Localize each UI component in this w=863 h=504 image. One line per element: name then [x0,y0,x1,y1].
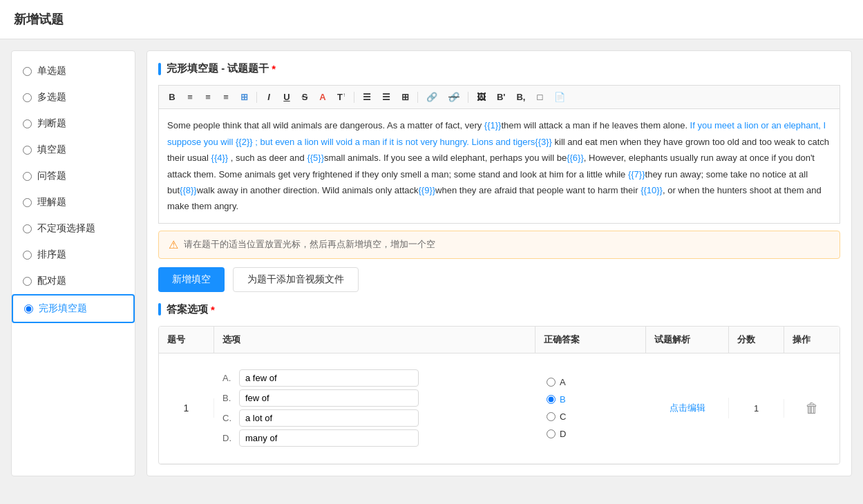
toolbar-bold[interactable]: B [164,90,180,104]
editor-toolbar: B ≡ ≡ ≡ ⊞ I U S A T↑ ☰ ☰ ⊞ 🔗 🔗 🖼 [158,85,840,108]
score-value: 1 [754,403,759,414]
option-row-c: C. [222,409,527,427]
answers-table: 题号 选项 正确答案 试题解析 分数 操作 1 [158,326,840,465]
option-input-b[interactable] [239,389,419,407]
header-score: 分数 [729,327,784,353]
header-correct: 正确答案 [535,327,646,353]
toolbar-superscript[interactable]: T↑ [333,90,350,104]
analysis-cell: 点击编辑 [646,398,729,418]
main-layout: 单选题 多选题 判断题 填空题 问答题 理解题 [0,39,863,487]
sidebar-label-single: 单选题 [37,65,66,77]
toolbar-table[interactable]: ⊞ [397,90,413,104]
sidebar-label-match: 配对题 [37,275,66,287]
option-input-a[interactable] [239,369,419,387]
table-row: 1 A. B. [159,353,840,464]
editor-area[interactable]: Some people think that all wild animals … [158,108,840,223]
toolbar-divider-2 [354,92,354,103]
header-action: 操作 [784,327,840,353]
header-analysis: 试题解析 [646,327,729,353]
radio-judge[interactable] [23,119,32,128]
header-number: 题号 [159,327,214,353]
toolbar-font-color[interactable]: A [315,90,330,104]
toolbar-italic[interactable]: I [261,90,276,104]
toolbar-list-ul[interactable]: ☰ [359,90,375,104]
hint-text: 请在题干的适当位置放置光标，然后再点新增填空，增加一个空 [184,238,435,251]
radio-uncertain[interactable] [23,224,32,233]
radio-sort[interactable] [23,251,32,260]
edit-analysis-link[interactable]: 点击编辑 [670,403,705,413]
sidebar-item-cloze[interactable]: 完形填空题 [12,294,135,323]
sidebar-item-judge[interactable]: 判断题 [12,110,135,137]
table-header: 题号 选项 正确答案 试题解析 分数 操作 [159,327,840,353]
toolbar-quote[interactable]: B, [512,90,529,104]
toolbar-grid[interactable]: ⊞ [236,90,252,104]
sidebar-item-qa[interactable]: 问答题 [12,163,135,189]
add-media-button[interactable]: 为题干添加音视频文件 [233,267,359,292]
toolbar-list-ol[interactable]: ☰ [378,90,395,104]
sidebar-label-judge: 判断题 [37,117,66,130]
option-row-a: A. [222,369,527,387]
sidebar-item-reading[interactable]: 理解题 [12,189,135,215]
answer-section-bar [158,303,161,316]
radio-label-a: A [560,377,566,387]
toolbar-unlink[interactable]: 🔗 [444,90,464,104]
options-cell: A. B. C. D. [214,364,535,452]
row-number: 1 [159,398,214,418]
sidebar-item-multiple[interactable]: 多选题 [12,84,135,110]
toolbar-align-left[interactable]: ≡ [182,90,198,104]
sidebar-item-single[interactable]: 单选题 [12,58,135,84]
add-blank-button[interactable]: 新增填空 [158,267,225,292]
sidebar-label-reading: 理解题 [37,196,66,209]
delete-button[interactable]: 🗑 [805,400,819,416]
page-title: 新增试题 [0,0,863,39]
option-label-c: C. [222,413,235,423]
radio-multiple[interactable] [23,93,32,102]
hint-box: ⚠ 请在题干的适当位置放置光标，然后再点新增填空，增加一个空 [158,231,840,259]
radio-reading[interactable] [23,198,32,207]
stem-title: 完形填空题 - 试题题干 [167,62,269,75]
answer-title: 答案选项 [167,303,208,316]
sidebar-item-uncertain[interactable]: 不定项选择题 [12,215,135,242]
radio-d[interactable] [547,429,556,438]
toolbar-file[interactable]: 📄 [550,90,569,104]
radio-match[interactable] [23,277,32,286]
toolbar-strikethrough[interactable]: S [297,90,312,104]
option-input-d[interactable] [239,429,419,447]
radio-answer-d: D [547,429,635,439]
toolbar-align-right[interactable]: ≡ [218,90,234,104]
radio-label-c: C [560,411,566,422]
toolbar-divider-4 [468,92,468,103]
action-buttons: 新增填空 为题干添加音视频文件 [158,267,840,292]
radio-single[interactable] [23,67,32,76]
correct-answer-cell: A B C D [535,371,646,445]
stem-required: * [272,63,276,75]
option-label-a: A. [222,373,235,383]
radio-c[interactable] [547,412,556,421]
toolbar-link[interactable]: 🔗 [422,90,442,104]
sidebar-item-match[interactable]: 配对题 [12,268,135,294]
toolbar-code[interactable]: B' [493,90,509,104]
toolbar-underline[interactable]: U [279,90,294,104]
sidebar-label-blank: 填空题 [37,144,66,156]
toolbar-image[interactable]: 🖼 [473,90,490,104]
radio-cloze[interactable] [24,304,33,313]
option-input-c[interactable] [239,409,419,427]
radio-label-b: B [560,394,566,405]
page-container: 新增试题 单选题 多选题 判断题 填空题 问答题 [0,0,863,504]
stem-section-header: 完形填空题 - 试题题干 * [158,62,840,75]
header-options: 选项 [214,327,535,353]
sidebar-label-uncertain: 不定项选择题 [37,222,95,235]
radio-answer-b: B [547,394,635,405]
radio-answer-a: A [547,377,635,387]
radio-blank[interactable] [23,146,32,155]
sidebar-item-blank[interactable]: 填空题 [12,137,135,163]
toolbar-align-center[interactable]: ≡ [200,90,216,104]
radio-b[interactable] [547,395,556,404]
hint-icon: ⚠ [169,238,178,251]
radio-a[interactable] [547,378,556,387]
answers-section: 答案选项 * 题号 选项 正确答案 试题解析 分数 操作 [158,303,840,465]
toolbar-box[interactable]: □ [532,90,547,104]
radio-qa[interactable] [23,172,32,181]
sidebar-item-sort[interactable]: 排序题 [12,242,135,268]
sidebar-label-qa: 问答题 [37,170,66,182]
